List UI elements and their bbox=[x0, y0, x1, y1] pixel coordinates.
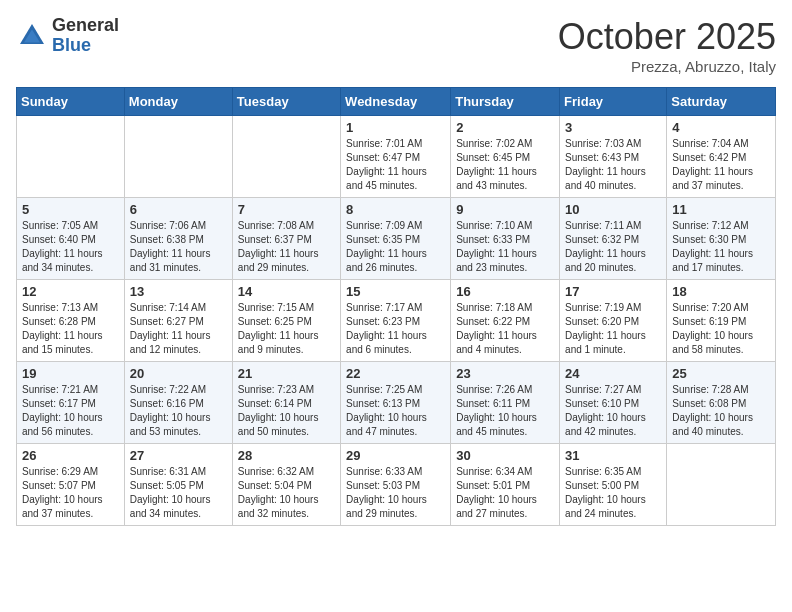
day-info: Sunrise: 6:33 AM Sunset: 5:03 PM Dayligh… bbox=[346, 465, 445, 521]
day-info: Sunrise: 7:19 AM Sunset: 6:20 PM Dayligh… bbox=[565, 301, 661, 357]
table-row: 17Sunrise: 7:19 AM Sunset: 6:20 PM Dayli… bbox=[560, 280, 667, 362]
table-row: 28Sunrise: 6:32 AM Sunset: 5:04 PM Dayli… bbox=[232, 444, 340, 526]
day-number: 12 bbox=[22, 284, 119, 299]
day-info: Sunrise: 7:10 AM Sunset: 6:33 PM Dayligh… bbox=[456, 219, 554, 275]
day-info: Sunrise: 7:01 AM Sunset: 6:47 PM Dayligh… bbox=[346, 137, 445, 193]
table-row: 12Sunrise: 7:13 AM Sunset: 6:28 PM Dayli… bbox=[17, 280, 125, 362]
col-sunday: Sunday bbox=[17, 88, 125, 116]
logo-general: General bbox=[52, 16, 119, 36]
day-number: 7 bbox=[238, 202, 335, 217]
calendar-week-row: 19Sunrise: 7:21 AM Sunset: 6:17 PM Dayli… bbox=[17, 362, 776, 444]
table-row: 31Sunrise: 6:35 AM Sunset: 5:00 PM Dayli… bbox=[560, 444, 667, 526]
day-info: Sunrise: 6:31 AM Sunset: 5:05 PM Dayligh… bbox=[130, 465, 227, 521]
day-number: 9 bbox=[456, 202, 554, 217]
day-number: 17 bbox=[565, 284, 661, 299]
day-number: 14 bbox=[238, 284, 335, 299]
day-info: Sunrise: 7:02 AM Sunset: 6:45 PM Dayligh… bbox=[456, 137, 554, 193]
table-row: 22Sunrise: 7:25 AM Sunset: 6:13 PM Dayli… bbox=[341, 362, 451, 444]
table-row: 23Sunrise: 7:26 AM Sunset: 6:11 PM Dayli… bbox=[451, 362, 560, 444]
table-row: 13Sunrise: 7:14 AM Sunset: 6:27 PM Dayli… bbox=[124, 280, 232, 362]
day-number: 5 bbox=[22, 202, 119, 217]
day-info: Sunrise: 7:23 AM Sunset: 6:14 PM Dayligh… bbox=[238, 383, 335, 439]
day-info: Sunrise: 7:27 AM Sunset: 6:10 PM Dayligh… bbox=[565, 383, 661, 439]
logo-icon bbox=[16, 20, 48, 52]
day-number: 28 bbox=[238, 448, 335, 463]
page-header: General Blue October 2025 Prezza, Abruzz… bbox=[16, 16, 776, 75]
table-row: 2Sunrise: 7:02 AM Sunset: 6:45 PM Daylig… bbox=[451, 116, 560, 198]
day-number: 24 bbox=[565, 366, 661, 381]
table-row bbox=[17, 116, 125, 198]
day-number: 16 bbox=[456, 284, 554, 299]
table-row: 4Sunrise: 7:04 AM Sunset: 6:42 PM Daylig… bbox=[667, 116, 776, 198]
calendar-week-row: 5Sunrise: 7:05 AM Sunset: 6:40 PM Daylig… bbox=[17, 198, 776, 280]
table-row: 9Sunrise: 7:10 AM Sunset: 6:33 PM Daylig… bbox=[451, 198, 560, 280]
day-number: 10 bbox=[565, 202, 661, 217]
table-row: 3Sunrise: 7:03 AM Sunset: 6:43 PM Daylig… bbox=[560, 116, 667, 198]
col-thursday: Thursday bbox=[451, 88, 560, 116]
day-info: Sunrise: 6:35 AM Sunset: 5:00 PM Dayligh… bbox=[565, 465, 661, 521]
col-wednesday: Wednesday bbox=[341, 88, 451, 116]
col-saturday: Saturday bbox=[667, 88, 776, 116]
table-row: 14Sunrise: 7:15 AM Sunset: 6:25 PM Dayli… bbox=[232, 280, 340, 362]
day-number: 20 bbox=[130, 366, 227, 381]
day-number: 18 bbox=[672, 284, 770, 299]
day-info: Sunrise: 7:06 AM Sunset: 6:38 PM Dayligh… bbox=[130, 219, 227, 275]
day-number: 19 bbox=[22, 366, 119, 381]
day-number: 1 bbox=[346, 120, 445, 135]
table-row: 16Sunrise: 7:18 AM Sunset: 6:22 PM Dayli… bbox=[451, 280, 560, 362]
day-info: Sunrise: 7:11 AM Sunset: 6:32 PM Dayligh… bbox=[565, 219, 661, 275]
day-info: Sunrise: 7:03 AM Sunset: 6:43 PM Dayligh… bbox=[565, 137, 661, 193]
day-info: Sunrise: 7:12 AM Sunset: 6:30 PM Dayligh… bbox=[672, 219, 770, 275]
calendar-week-row: 1Sunrise: 7:01 AM Sunset: 6:47 PM Daylig… bbox=[17, 116, 776, 198]
table-row: 5Sunrise: 7:05 AM Sunset: 6:40 PM Daylig… bbox=[17, 198, 125, 280]
table-row: 1Sunrise: 7:01 AM Sunset: 6:47 PM Daylig… bbox=[341, 116, 451, 198]
title-section: October 2025 Prezza, Abruzzo, Italy bbox=[558, 16, 776, 75]
day-number: 25 bbox=[672, 366, 770, 381]
day-number: 13 bbox=[130, 284, 227, 299]
table-row: 21Sunrise: 7:23 AM Sunset: 6:14 PM Dayli… bbox=[232, 362, 340, 444]
day-number: 3 bbox=[565, 120, 661, 135]
day-number: 30 bbox=[456, 448, 554, 463]
table-row: 7Sunrise: 7:08 AM Sunset: 6:37 PM Daylig… bbox=[232, 198, 340, 280]
table-row bbox=[232, 116, 340, 198]
table-row: 19Sunrise: 7:21 AM Sunset: 6:17 PM Dayli… bbox=[17, 362, 125, 444]
col-tuesday: Tuesday bbox=[232, 88, 340, 116]
logo: General Blue bbox=[16, 16, 119, 56]
day-number: 6 bbox=[130, 202, 227, 217]
day-info: Sunrise: 7:22 AM Sunset: 6:16 PM Dayligh… bbox=[130, 383, 227, 439]
day-number: 26 bbox=[22, 448, 119, 463]
logo-text: General Blue bbox=[52, 16, 119, 56]
calendar-header-row: Sunday Monday Tuesday Wednesday Thursday… bbox=[17, 88, 776, 116]
day-number: 4 bbox=[672, 120, 770, 135]
day-info: Sunrise: 7:18 AM Sunset: 6:22 PM Dayligh… bbox=[456, 301, 554, 357]
logo-blue: Blue bbox=[52, 36, 119, 56]
day-info: Sunrise: 7:20 AM Sunset: 6:19 PM Dayligh… bbox=[672, 301, 770, 357]
day-number: 21 bbox=[238, 366, 335, 381]
day-info: Sunrise: 7:17 AM Sunset: 6:23 PM Dayligh… bbox=[346, 301, 445, 357]
table-row: 6Sunrise: 7:06 AM Sunset: 6:38 PM Daylig… bbox=[124, 198, 232, 280]
table-row bbox=[667, 444, 776, 526]
table-row: 15Sunrise: 7:17 AM Sunset: 6:23 PM Dayli… bbox=[341, 280, 451, 362]
table-row: 8Sunrise: 7:09 AM Sunset: 6:35 PM Daylig… bbox=[341, 198, 451, 280]
day-info: Sunrise: 7:21 AM Sunset: 6:17 PM Dayligh… bbox=[22, 383, 119, 439]
day-info: Sunrise: 7:05 AM Sunset: 6:40 PM Dayligh… bbox=[22, 219, 119, 275]
day-number: 27 bbox=[130, 448, 227, 463]
calendar-week-row: 12Sunrise: 7:13 AM Sunset: 6:28 PM Dayli… bbox=[17, 280, 776, 362]
table-row: 27Sunrise: 6:31 AM Sunset: 5:05 PM Dayli… bbox=[124, 444, 232, 526]
day-number: 23 bbox=[456, 366, 554, 381]
day-info: Sunrise: 7:04 AM Sunset: 6:42 PM Dayligh… bbox=[672, 137, 770, 193]
day-number: 11 bbox=[672, 202, 770, 217]
day-number: 29 bbox=[346, 448, 445, 463]
day-info: Sunrise: 7:14 AM Sunset: 6:27 PM Dayligh… bbox=[130, 301, 227, 357]
table-row: 20Sunrise: 7:22 AM Sunset: 6:16 PM Dayli… bbox=[124, 362, 232, 444]
day-info: Sunrise: 6:32 AM Sunset: 5:04 PM Dayligh… bbox=[238, 465, 335, 521]
day-info: Sunrise: 7:09 AM Sunset: 6:35 PM Dayligh… bbox=[346, 219, 445, 275]
table-row: 11Sunrise: 7:12 AM Sunset: 6:30 PM Dayli… bbox=[667, 198, 776, 280]
day-number: 8 bbox=[346, 202, 445, 217]
day-info: Sunrise: 7:13 AM Sunset: 6:28 PM Dayligh… bbox=[22, 301, 119, 357]
table-row: 18Sunrise: 7:20 AM Sunset: 6:19 PM Dayli… bbox=[667, 280, 776, 362]
day-info: Sunrise: 7:08 AM Sunset: 6:37 PM Dayligh… bbox=[238, 219, 335, 275]
month-title: October 2025 bbox=[558, 16, 776, 58]
day-number: 22 bbox=[346, 366, 445, 381]
day-info: Sunrise: 7:15 AM Sunset: 6:25 PM Dayligh… bbox=[238, 301, 335, 357]
